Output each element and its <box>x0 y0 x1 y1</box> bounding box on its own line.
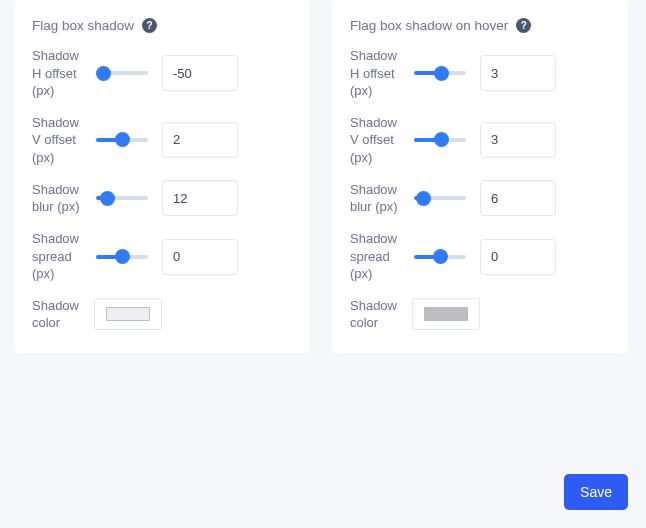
shadow-v-offset-slider[interactable] <box>414 138 466 142</box>
row-shadow-blur: Shadow blur (px) <box>350 180 610 216</box>
row-shadow-v-offset: Shadow V offset (px) <box>350 114 610 167</box>
shadow-spread-input[interactable] <box>162 239 238 275</box>
row-shadow-spread: Shadow spread (px) <box>350 230 610 283</box>
shadow-blur-slider[interactable] <box>96 196 148 200</box>
field-label: Shadow blur (px) <box>32 181 82 216</box>
field-label: Shadow blur (px) <box>350 181 400 216</box>
field-label: Shadow H offset (px) <box>32 47 82 100</box>
shadow-v-offset-input[interactable] <box>480 122 556 158</box>
panel-header: Flag box shadow ? <box>32 18 292 33</box>
field-label: Shadow color <box>350 297 400 332</box>
field-label: Shadow spread (px) <box>32 230 82 283</box>
help-icon[interactable]: ? <box>142 18 157 33</box>
panel-flag-box-shadow-hover: Flag box shadow on hover ? Shadow H offs… <box>332 0 628 354</box>
field-label: Shadow V offset (px) <box>350 114 400 167</box>
field-label: Shadow color <box>32 297 82 332</box>
row-shadow-h-offset: Shadow H offset (px) <box>350 47 610 100</box>
shadow-h-offset-slider[interactable] <box>96 71 148 75</box>
shadow-v-offset-input[interactable] <box>162 122 238 158</box>
panel-header: Flag box shadow on hover ? <box>350 18 610 33</box>
shadow-spread-slider[interactable] <box>96 255 148 259</box>
row-shadow-color: Shadow color <box>350 297 610 332</box>
color-swatch-icon <box>106 307 150 321</box>
field-label: Shadow H offset (px) <box>350 47 400 100</box>
field-label: Shadow V offset (px) <box>32 114 82 167</box>
row-shadow-h-offset: Shadow H offset (px) <box>32 47 292 100</box>
shadow-spread-slider[interactable] <box>414 255 466 259</box>
panel-title: Flag box shadow <box>32 18 134 33</box>
shadow-spread-input[interactable] <box>480 239 556 275</box>
color-swatch-icon <box>424 307 468 321</box>
shadow-blur-slider[interactable] <box>414 196 466 200</box>
field-label: Shadow spread (px) <box>350 230 400 283</box>
shadow-color-picker[interactable] <box>412 298 480 330</box>
help-icon[interactable]: ? <box>516 18 531 33</box>
row-shadow-color: Shadow color <box>32 297 292 332</box>
shadow-h-offset-input[interactable] <box>162 55 238 91</box>
shadow-h-offset-input[interactable] <box>480 55 556 91</box>
row-shadow-v-offset: Shadow V offset (px) <box>32 114 292 167</box>
shadow-blur-input[interactable] <box>480 180 556 216</box>
panel-title: Flag box shadow on hover <box>350 18 508 33</box>
shadow-v-offset-slider[interactable] <box>96 138 148 142</box>
row-shadow-spread: Shadow spread (px) <box>32 230 292 283</box>
panel-flag-box-shadow: Flag box shadow ? Shadow H offset (px) S… <box>14 0 310 354</box>
shadow-color-picker[interactable] <box>94 298 162 330</box>
shadow-blur-input[interactable] <box>162 180 238 216</box>
save-button[interactable]: Save <box>564 474 628 510</box>
shadow-h-offset-slider[interactable] <box>414 71 466 75</box>
row-shadow-blur: Shadow blur (px) <box>32 180 292 216</box>
